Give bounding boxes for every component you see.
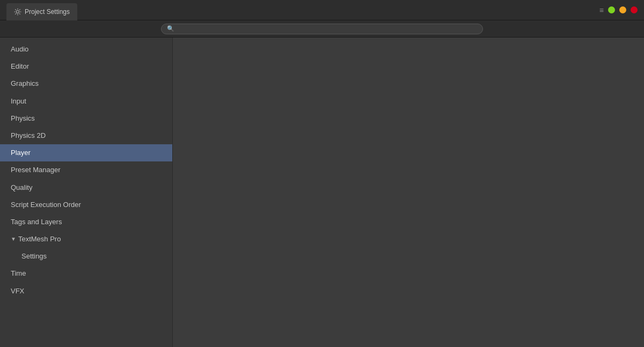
sidebar-item-graphics[interactable]: Graphics	[0, 75, 172, 92]
sidebar-item-label-audio: Audio	[11, 45, 28, 53]
sidebar-item-player[interactable]: Player	[0, 144, 172, 161]
title-tab: Project Settings	[6, 3, 77, 20]
minimize-button[interactable]	[619, 6, 626, 13]
sidebar-item-label-script-execution-order: Script Execution Order	[11, 201, 81, 209]
sidebar-item-audio[interactable]: Audio	[0, 41, 172, 58]
menu-icon[interactable]: ≡	[599, 6, 604, 14]
sidebar-item-textmesh-pro[interactable]: ▼TextMesh Pro	[0, 231, 172, 248]
window-controls: ≡	[599, 6, 638, 14]
search-icon: 🔍	[167, 25, 174, 32]
sidebar-item-label-vfx: VFX	[11, 287, 24, 295]
search-input[interactable]	[177, 25, 477, 33]
sidebar-item-preset-manager[interactable]: Preset Manager	[0, 161, 172, 179]
sidebar-item-physics2d[interactable]: Physics 2D	[0, 127, 172, 144]
sidebar-item-tags-and-layers[interactable]: Tags and Layers	[0, 213, 172, 231]
sidebar-item-label-time: Time	[11, 269, 26, 277]
window-title: Project Settings	[25, 8, 70, 16]
sidebar-item-textmesh-settings[interactable]: Settings	[0, 248, 172, 265]
gear-icon	[14, 8, 21, 16]
chevron-icon-textmesh-pro: ▼	[11, 235, 16, 243]
title-bar: Project Settings ≡	[0, 0, 644, 20]
sidebar-item-physics[interactable]: Physics	[0, 110, 172, 127]
sidebar-item-quality[interactable]: Quality	[0, 179, 172, 196]
sidebar-item-label-input: Input	[11, 97, 26, 105]
search-wrapper: 🔍	[161, 24, 483, 34]
sidebar-item-label-preset-manager: Preset Manager	[11, 166, 61, 174]
main-layout: AudioEditorGraphicsInputPhysicsPhysics 2…	[0, 38, 644, 347]
search-bar: 🔍	[0, 20, 644, 38]
sidebar-item-editor[interactable]: Editor	[0, 58, 172, 75]
sidebar-item-time[interactable]: Time	[0, 265, 172, 282]
close-button[interactable]	[631, 6, 638, 13]
content-area	[173, 38, 644, 347]
sidebar-item-label-graphics: Graphics	[11, 79, 39, 87]
sidebar-item-label-quality: Quality	[11, 183, 32, 191]
sidebar-item-label-textmesh-pro: TextMesh Pro	[18, 234, 61, 244]
svg-point-0	[17, 10, 19, 13]
sidebar-item-label-physics2d: Physics 2D	[11, 131, 46, 139]
sidebar-item-label-tags-and-layers: Tags and Layers	[11, 218, 62, 226]
sidebar-item-label-editor: Editor	[11, 62, 29, 70]
sidebar-item-input[interactable]: Input	[0, 93, 172, 110]
sidebar-item-vfx[interactable]: VFX	[0, 283, 172, 300]
sidebar-item-label-physics: Physics	[11, 114, 35, 122]
sidebar-item-label-player: Player	[11, 149, 31, 157]
title-bar-left: Project Settings	[6, 0, 77, 20]
maximize-button[interactable]	[608, 6, 615, 13]
sidebar-item-script-execution-order[interactable]: Script Execution Order	[0, 196, 172, 213]
sidebar: AudioEditorGraphicsInputPhysicsPhysics 2…	[0, 38, 173, 347]
sidebar-item-label-textmesh-settings: Settings	[21, 252, 47, 260]
